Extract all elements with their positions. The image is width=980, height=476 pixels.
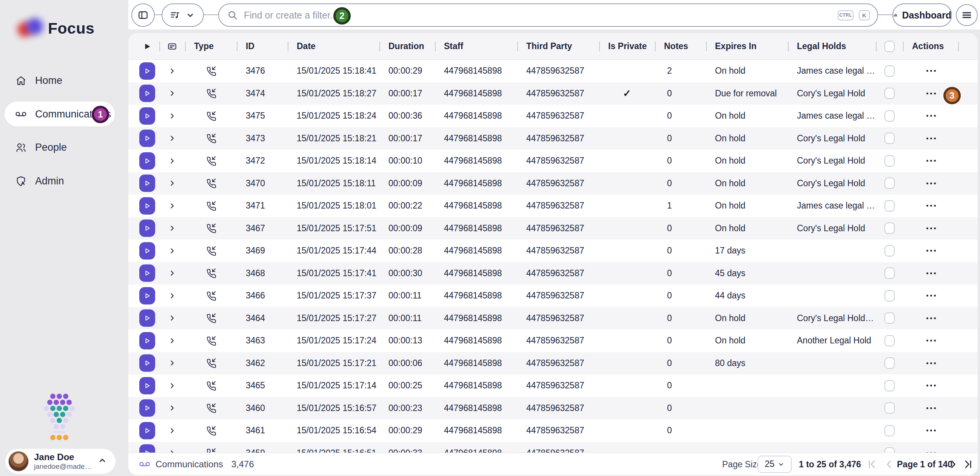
row-actions-button[interactable] <box>924 292 938 299</box>
column-header-third-party[interactable]: Third Party <box>517 33 599 59</box>
expand-row-button[interactable] <box>168 313 177 323</box>
filter-search-bar[interactable]: CTRL K <box>218 3 878 27</box>
row-checkbox[interactable] <box>885 88 895 99</box>
row-actions-button[interactable] <box>924 203 938 209</box>
play-button[interactable] <box>139 399 155 417</box>
row-checkbox[interactable] <box>885 380 895 391</box>
row-checkbox[interactable] <box>885 245 895 257</box>
next-page-button[interactable] <box>948 458 959 470</box>
expand-row-button[interactable] <box>168 112 177 120</box>
row-actions-button[interactable] <box>924 135 938 142</box>
expand-row-button[interactable] <box>168 246 177 256</box>
row-checkbox[interactable] <box>885 222 895 234</box>
expand-row-button[interactable] <box>168 404 177 412</box>
row-checkbox[interactable] <box>885 267 895 279</box>
expand-row-button[interactable] <box>168 268 177 278</box>
play-button[interactable] <box>139 377 155 395</box>
column-header-notes[interactable]: Notes <box>655 33 706 59</box>
expand-row-button[interactable] <box>168 336 177 345</box>
column-header-legal-holds[interactable]: Legal Holds <box>788 33 876 59</box>
row-actions-button[interactable] <box>924 450 938 452</box>
row-checkbox[interactable] <box>885 133 895 144</box>
row-checkbox[interactable] <box>885 357 895 369</box>
play-button[interactable] <box>139 422 155 439</box>
row-checkbox[interactable] <box>885 403 895 414</box>
play-button[interactable] <box>139 444 155 452</box>
previous-page-button[interactable] <box>883 458 895 470</box>
sidebar-item-home[interactable]: Home <box>5 68 115 93</box>
row-checkbox[interactable] <box>885 200 895 212</box>
main-menu-button[interactable] <box>956 4 978 26</box>
expand-row-button[interactable] <box>168 157 177 166</box>
row-actions-button[interactable] <box>924 68 938 74</box>
sidebar-item-people[interactable]: People <box>5 135 115 160</box>
column-header-id[interactable]: ID <box>237 33 288 59</box>
saved-filters-button[interactable] <box>162 3 204 27</box>
play-button[interactable] <box>139 264 155 282</box>
search-input[interactable] <box>243 10 832 21</box>
row-checkbox[interactable] <box>885 425 895 436</box>
expand-row-button[interactable] <box>168 201 177 211</box>
expand-row-button[interactable] <box>168 224 177 233</box>
row-actions-button[interactable] <box>924 158 938 164</box>
toggle-sidebar-button[interactable] <box>131 3 155 27</box>
first-page-button[interactable] <box>867 458 878 470</box>
play-button[interactable] <box>139 197 155 214</box>
row-checkbox[interactable] <box>885 312 895 324</box>
row-checkbox[interactable] <box>885 177 895 189</box>
row-checkbox[interactable] <box>885 335 895 347</box>
expand-row-button[interactable] <box>168 67 177 75</box>
dashboard-button[interactable]: Dashboard <box>892 3 952 27</box>
row-checkbox[interactable] <box>885 65 895 77</box>
column-header-duration[interactable]: Duration <box>379 33 435 59</box>
row-actions-button[interactable] <box>924 427 938 434</box>
play-button[interactable] <box>139 85 155 102</box>
play-button[interactable] <box>139 355 155 372</box>
row-actions-button[interactable] <box>924 180 938 187</box>
last-page-button[interactable] <box>962 458 973 470</box>
play-icon <box>143 404 152 412</box>
row-actions-button[interactable] <box>924 90 938 97</box>
expand-row-button[interactable] <box>168 358 177 367</box>
expand-row-button[interactable] <box>168 426 177 435</box>
play-button[interactable] <box>139 242 155 260</box>
page-size-select[interactable]: 25 <box>758 455 792 473</box>
expand-row-button[interactable] <box>168 134 177 143</box>
row-checkbox[interactable] <box>885 110 895 121</box>
play-button[interactable] <box>139 332 155 350</box>
sidebar-item-admin[interactable]: Admin <box>5 168 115 193</box>
expand-row-button[interactable] <box>168 381 177 390</box>
column-header-staff[interactable]: Staff <box>435 33 517 59</box>
row-checkbox[interactable] <box>885 155 895 167</box>
expand-row-button[interactable] <box>168 449 177 452</box>
row-checkbox[interactable] <box>885 290 895 302</box>
row-actions-button[interactable] <box>924 270 938 276</box>
row-actions-button[interactable] <box>924 113 938 119</box>
row-actions-button[interactable] <box>924 405 938 411</box>
expand-row-button[interactable] <box>168 179 177 188</box>
play-button[interactable] <box>139 152 155 169</box>
column-header-type[interactable]: Type <box>185 33 237 59</box>
row-actions-button[interactable] <box>924 382 938 389</box>
column-header-expires-in[interactable]: Expires In <box>706 33 788 59</box>
play-button[interactable] <box>139 219 155 237</box>
row-actions-button[interactable] <box>924 360 938 366</box>
select-all-checkbox[interactable] <box>885 41 895 52</box>
expand-row-button[interactable] <box>168 89 177 98</box>
row-actions-button[interactable] <box>924 337 938 344</box>
play-button[interactable] <box>139 174 155 192</box>
expand-row-button[interactable] <box>168 291 177 300</box>
user-menu[interactable]: Jane Doe janedoe@madeupe... <box>5 449 116 474</box>
cell-duration: 00:00:36 <box>379 111 435 121</box>
play-button[interactable] <box>139 309 155 327</box>
row-actions-button[interactable] <box>924 225 938 232</box>
column-header-date[interactable]: Date <box>288 33 379 59</box>
play-button[interactable] <box>139 107 155 125</box>
column-header-is-private[interactable]: Is Private <box>599 33 655 59</box>
play-button[interactable] <box>139 287 155 305</box>
play-button[interactable] <box>139 129 155 147</box>
row-checkbox[interactable] <box>885 447 895 452</box>
play-button[interactable] <box>139 62 155 80</box>
row-actions-button[interactable] <box>924 315 938 321</box>
row-actions-button[interactable] <box>924 248 938 254</box>
